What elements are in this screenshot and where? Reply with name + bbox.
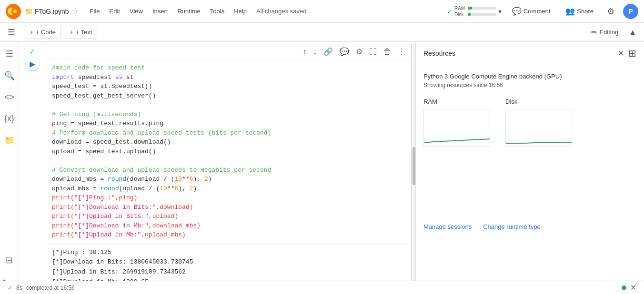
code-line: #main code for speed test: [52, 63, 405, 73]
status-completed-text: completed at 16:56: [26, 284, 75, 291]
output-line: [*]Ping : 30.125: [52, 248, 405, 258]
comment-label: Comment: [523, 8, 550, 15]
grid-layout-icon[interactable]: ⊞: [628, 48, 636, 59]
run-button[interactable]: ▶: [26, 57, 39, 70]
status-duration: 8s: [16, 284, 22, 291]
status-close-icon[interactable]: ✕: [630, 283, 636, 292]
sidebar-toc-icon[interactable]: ☰: [3, 46, 16, 62]
code-line: download_mbs = round(download / (10**6),…: [52, 175, 405, 184]
code-line: upload = speed_test.upload(): [52, 147, 405, 157]
menu-bar: File Edit View Insert Runtime Tools Help…: [86, 6, 447, 17]
top-bar: 📁 FToG.ipynb ☆ File Edit View Insert Run…: [0, 0, 644, 23]
svg-rect-5: [506, 109, 572, 147]
avatar-letter: P: [628, 8, 633, 15]
expand-icon[interactable]: ⛶: [367, 46, 379, 58]
status-connected-dot: [622, 285, 626, 290]
resources-panel: Resources ✕ ⊞ Python 3 Google Compute En…: [415, 42, 644, 294]
sidebar-code-icon[interactable]: <>: [1, 89, 17, 105]
menu-view[interactable]: View: [126, 6, 147, 17]
ram-disk-bars: RAM Disk: [454, 6, 496, 17]
share-button[interactable]: 👥 Share: [561, 4, 598, 19]
manage-sessions-link[interactable]: Manage sessions: [423, 223, 472, 230]
notebook-toolbar: ☰ + + Code + + Text ✏ Editing ▲: [0, 23, 644, 42]
menu-insert[interactable]: Insert: [149, 6, 172, 17]
settings-icon[interactable]: ⚙: [604, 3, 617, 20]
scroll-thumb[interactable]: [413, 147, 415, 185]
star-icon[interactable]: ☆: [72, 7, 79, 16]
comment-button[interactable]: 💬 Comment: [507, 4, 555, 19]
share-label: Share: [577, 8, 594, 15]
code-line: download = speed_test.download(): [52, 137, 405, 147]
menu-help[interactable]: Help: [230, 6, 251, 17]
output-line: [*]Download in Bits: 1380645033.730745: [52, 257, 405, 267]
code-line: # Perform download and upload speed test…: [52, 128, 405, 138]
panel-links: Manage sessions Change runtime type: [423, 223, 636, 230]
disk-label: Disk: [454, 12, 466, 17]
code-line: print("[*]Upload in Bits:",upload): [52, 212, 405, 221]
notebook-name[interactable]: FToG.ipynb: [35, 8, 69, 15]
status-bar: ✓ 8s completed at 16:56 ✕: [0, 281, 644, 294]
menu-file[interactable]: File: [86, 6, 104, 17]
save-status: All changes saved: [256, 8, 307, 15]
disk-chart-svg: [506, 109, 572, 147]
disk-bar-fill: [468, 13, 471, 16]
chevron-down-icon: ▾: [498, 8, 502, 15]
close-panel-icon[interactable]: ✕: [617, 48, 624, 59]
resources-panel-body: Python 3 Google Compute Engine backend (…: [416, 65, 644, 294]
disk-chart: Disk: [505, 98, 572, 147]
code-editor[interactable]: #main code for speed test import speedte…: [46, 59, 411, 244]
colab-logo[interactable]: [6, 4, 25, 19]
change-runtime-link[interactable]: Change runtime type: [483, 223, 541, 230]
move-up-icon[interactable]: ↑: [301, 46, 308, 58]
delete-icon[interactable]: 🗑: [382, 46, 393, 58]
menu-runtime[interactable]: Runtime: [173, 6, 204, 17]
menu-edit[interactable]: Edit: [106, 6, 124, 17]
ram-chart-svg: [424, 109, 490, 147]
add-code-label: + Code: [36, 29, 56, 36]
more-options-icon[interactable]: ⋮: [396, 45, 407, 58]
menu-tools[interactable]: Tools: [206, 6, 228, 17]
code-line: speed_test = st.Speedtest(): [52, 82, 405, 91]
main-layout: ☰ 🔍 <> {x} 📁 ⊟ ▶_ ✓ ▶ ↑ ↓ 🔗 💬 ⚙: [0, 42, 644, 294]
notebook-drive-icon: 📁: [25, 8, 33, 15]
code-line: [52, 156, 405, 166]
code-line: # Get ping (miliseconds): [52, 110, 405, 119]
code-line: import speedtest as st: [52, 73, 405, 82]
sidebar-variables-icon[interactable]: {x}: [1, 111, 17, 127]
add-text-button[interactable]: + + Text: [65, 26, 97, 39]
sidebar-terminal-icon[interactable]: ⊟: [3, 252, 16, 268]
link-icon[interactable]: 🔗: [322, 45, 335, 58]
cell-toolbar: ↑ ↓ 🔗 💬 ⚙ ⛶ 🗑 ⋮: [46, 44, 411, 59]
ram-bar-track: [468, 7, 496, 10]
cell-checkmark: ✓: [30, 48, 35, 55]
move-down-icon[interactable]: ↓: [311, 46, 319, 58]
add-text-label: + Text: [75, 29, 92, 36]
hamburger-icon[interactable]: ☰: [6, 25, 17, 39]
sidebar-files-icon[interactable]: 📁: [1, 132, 18, 148]
add-code-button[interactable]: + + Code: [25, 26, 61, 39]
resources-panel-header: Resources ✕ ⊞: [416, 42, 644, 65]
comment-cell-icon[interactable]: 💬: [338, 45, 351, 58]
editing-button[interactable]: ✏ Editing: [586, 26, 623, 39]
chevron-up-icon[interactable]: ▲: [627, 26, 638, 39]
plus-text-icon: +: [70, 29, 74, 36]
ram-chart: RAM: [423, 98, 490, 147]
resource-charts: RAM Disk: [423, 98, 636, 147]
scroll-track[interactable]: [412, 44, 415, 294]
code-line: print("[*]Upload in Mb:",upload_mbs): [52, 230, 405, 240]
avatar[interactable]: P: [623, 4, 638, 19]
sidebar-search-icon[interactable]: 🔍: [1, 68, 18, 84]
resources-title: Resources: [423, 49, 614, 57]
editing-label: Editing: [599, 29, 618, 36]
notebook-area[interactable]: ✓ ▶ ↑ ↓ 🔗 💬 ⚙ ⛶ 🗑 ⋮ #main code: [19, 42, 415, 294]
backend-info: Python 3 Google Compute Engine backend (…: [423, 73, 636, 80]
code-line: print("[*]Download in Mb:",download_mbs): [52, 221, 405, 231]
cell-wrapper: ✓ ▶ ↑ ↓ 🔗 💬 ⚙ ⛶ 🗑 ⋮ #main code: [19, 42, 415, 294]
cell-content: ↑ ↓ 🔗 💬 ⚙ ⛶ 🗑 ⋮ #main code for speed tes…: [46, 44, 412, 294]
settings-cell-icon[interactable]: ⚙: [354, 45, 364, 58]
ram-label: RAM: [454, 6, 466, 11]
code-line: # Convert download and upload speeds to …: [52, 166, 405, 175]
code-line: ping = speed_test.results.ping: [52, 119, 405, 128]
ram-disk-indicator[interactable]: ✓ RAM Disk ▾: [447, 6, 502, 17]
left-sidebar: ☰ 🔍 <> {x} 📁 ⊟ ▶_: [0, 42, 19, 294]
